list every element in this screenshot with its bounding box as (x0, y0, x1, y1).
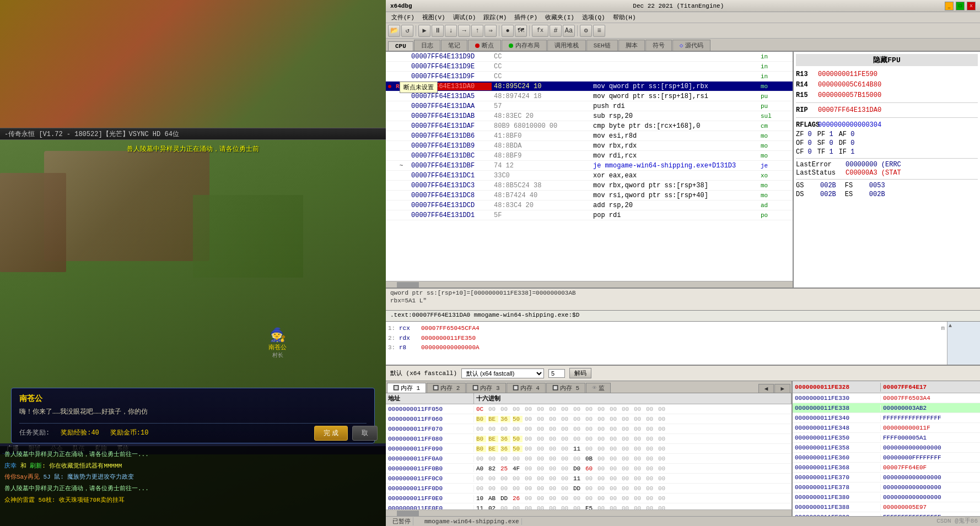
menu-debug[interactable]: 调试(D) (450, 13, 480, 22)
disasm-row-9e[interactable]: 00007FF64E131D9E CC in (386, 62, 793, 72)
stack-row-370[interactable]: 0000000011FE370 0000000000000000 (793, 473, 980, 482)
mem-tab-4[interactable]: 🔲 内存 4 (507, 383, 546, 393)
mem-row-1[interactable]: 0000000011FF050 0C000000 00000000 000000… (386, 404, 791, 414)
mem-row-5[interactable]: 0000000011FF090 B0BE3650 00000000 110000… (386, 444, 791, 454)
stack-row-380[interactable]: 0000000011FE380 0000000000000000 (793, 492, 980, 502)
decode-button[interactable]: 解码 (569, 368, 591, 378)
stack-row-368[interactable]: 0000000011FE368 00007FF64E0F (793, 463, 980, 473)
disasm-row-dab[interactable]: 00007FF64E131DAB 48:83EC 20 sub rsp,20 s… (386, 111, 793, 121)
tb-step-into[interactable]: ↓ (445, 25, 457, 37)
tab-cpu[interactable]: CPU (388, 41, 413, 51)
memory-table[interactable]: 0000000011FF050 0C000000 00000000 000000… (386, 404, 791, 509)
memory-pane: 🔲 内存 1 🔲 内存 2 🔲 内存 3 🔲 内存 4 🔲 内存 5 (386, 381, 793, 516)
disasm-row-dbc[interactable]: 00007FF64E131DBC 48:8BF9 mov rdi,rcx mo (386, 151, 793, 161)
calling-convention-select[interactable]: 默认 (x64 fastcall) (461, 368, 544, 378)
tb-run[interactable]: ▶ (418, 25, 430, 37)
tb-open[interactable]: 📂 (388, 25, 400, 37)
disasm-row-daf[interactable]: 00007FF64E131DAF 80B9 68010000 00 cmp by… (386, 121, 793, 131)
disasm-row-dc8[interactable]: 00007FF64E131DC8 48:B7424 40 mov rsi,qwo… (386, 191, 793, 200)
tb-run-to[interactable]: ⇒ (484, 25, 497, 37)
menu-file[interactable]: 文件(F) (388, 13, 418, 22)
mem-tab-3[interactable]: 🔲 内存 3 (466, 383, 505, 393)
stack-row-350[interactable]: 0000000011FE350 FFFF000005A1 (793, 433, 980, 443)
tb-mem-map[interactable]: 🗺 (515, 25, 527, 37)
stack-row-348[interactable]: 0000000011FE348 000000000011F (793, 423, 980, 433)
stack-row-390[interactable]: 0000000011FE390 FFFFFFFFFFFFFFFF (793, 512, 980, 516)
mem-row-2[interactable]: 0000000011FF060 B0BE3650 00000000 000000… (386, 414, 791, 424)
disasm-row-db9[interactable]: 00007FF64E131DB9 48:8BDA mov rbx,rdx mo (386, 141, 793, 151)
tab-seh[interactable]: SEH链 (586, 40, 618, 51)
menu-plugin[interactable]: 插件(P) (511, 13, 541, 22)
tb-breakpoint[interactable]: ● (502, 25, 514, 37)
close-button[interactable]: X (967, 2, 976, 10)
tab-notes[interactable]: 笔记 (441, 40, 467, 51)
menu-trace[interactable]: 跟踪(M) (480, 13, 510, 22)
stack-row-330[interactable]: 0000000011FE330 00007FF6503A4 (793, 393, 980, 403)
tab-memory-layout[interactable]: 内存布局 (502, 40, 547, 51)
disassembly-table[interactable]: 00007FF64E131D9D CC in 00007FF64E131D9E … (386, 52, 793, 281)
disasm-row-da0[interactable]: ● RIP 00007FF64E131DA0 48:895C24 10 mov … (386, 82, 793, 91)
maximize-button[interactable]: □ (956, 2, 965, 10)
tb-hash[interactable]: # (550, 25, 562, 37)
tab-callstack[interactable]: 调用堆栈 (547, 40, 586, 51)
tb-step-out[interactable]: ↑ (471, 25, 483, 37)
mem-row-4[interactable]: 0000000011FF080 B0BE3650 00000000 000000… (386, 434, 791, 444)
tab-script[interactable]: 脚本 (618, 40, 645, 51)
disasm-row-dd1[interactable]: 00007FF64E131DD1 5F pop rdi po (386, 210, 793, 220)
mem-row-9[interactable]: 0000000011FF0D0 00000000 00000000 DD0000… (386, 484, 791, 494)
menu-help[interactable]: 帮助(H) (610, 13, 639, 22)
disasm-row-9f[interactable]: 00007FF64E131D9F CC in (386, 72, 793, 82)
disasm-row-dc3[interactable]: 00007FF64E131DC3 48:8B5C24 38 mov rbx,qw… (386, 181, 793, 191)
mem-tab-5[interactable]: 🔲 内存 5 (546, 383, 585, 393)
tb-pause[interactable]: ⏸ (432, 25, 444, 37)
stack-row-358[interactable]: 0000000011FE358 0000000000000000 (793, 443, 980, 453)
mem-row-10[interactable]: 0000000011FF0E0 10ABDD26 00000000 000000… (386, 494, 791, 503)
stack-row-340[interactable]: 0000000011FE340 FFFFFFFFFFFFFFFF (793, 413, 980, 423)
menu-view[interactable]: 视图(V) (419, 13, 449, 22)
tb-step-over[interactable]: → (458, 25, 470, 37)
stack-row-338[interactable]: 0000000011FE338 000000003AB2 (793, 403, 980, 413)
minimize-button[interactable]: _ (945, 2, 954, 10)
tb-more[interactable]: ≡ (593, 25, 605, 37)
mem-tab-2[interactable]: 🔲 内存 2 (427, 383, 466, 393)
disasm-row-db6[interactable]: 00007FF64E131DB6 41:8BF0 mov esi,r8d mo (386, 131, 793, 141)
mem-tab-nav-right[interactable]: ▶ (774, 384, 790, 393)
stack-row-388[interactable]: 0000000011FE388 000000005E97 (793, 502, 980, 512)
reg-divider-3 (796, 158, 978, 159)
tb-fx[interactable]: fx (532, 25, 548, 37)
tb-font[interactable]: Aa (563, 25, 575, 37)
mem-row-6[interactable]: 0000000011FF0A0 00000000 00000000 000B00… (386, 454, 791, 464)
mem-row-11[interactable]: 0000000011FF0F0 11020000 00000000 00E500… (386, 503, 791, 509)
mem-tab-nav-left[interactable]: ◀ (758, 384, 774, 393)
menu-options[interactable]: 选项(Q) (579, 13, 609, 22)
tab-symbols[interactable]: 符号 (645, 40, 672, 51)
arg-count-input[interactable] (548, 369, 565, 378)
stack-row-378[interactable]: 0000000011FE378 0000000000000000 (793, 482, 980, 492)
dis-bytes: CC (492, 63, 591, 71)
mem-hscroll[interactable] (386, 509, 791, 516)
tab-breakpoints[interactable]: 断点 (468, 40, 501, 51)
disasm-row-dbf[interactable]: ~ 00007FF64E131DBF 74 12 je mmogame-win6… (386, 161, 793, 171)
mem-row-3[interactable]: 0000000011FF070 00000000 00000000 000000… (386, 424, 791, 434)
mem-row-7[interactable]: 0000000011FF0B0 A082254F 00000000 D06000… (386, 464, 791, 474)
disasm-row-9d[interactable]: 00007FF64E131D9D CC in (386, 52, 793, 62)
disasm-row-daa[interactable]: 00007FF64E131DAA 57 push rdi pu (386, 101, 793, 111)
tb-restart[interactable]: ↺ (401, 25, 413, 37)
registers-header[interactable]: 隐藏FPU (796, 54, 978, 66)
disasm-row-dcd[interactable]: 00007FF64E131DCD 48:83C4 20 add rsp,20 a… (386, 200, 793, 210)
menu-favorites[interactable]: 收藏夹(I) (542, 13, 578, 22)
mem-row-8[interactable]: 0000000011FF0C0 00000000 00000000 110000… (386, 474, 791, 484)
cancel-button[interactable]: 取 (352, 426, 378, 441)
tab-log[interactable]: 日志 (414, 40, 440, 51)
stack-pane: 0000000011FE328 00007FF64E17 0000000011F… (793, 381, 980, 516)
disasm-row-da5[interactable]: 00007FF64E131DA5 48:897424 18 mov qword … (386, 91, 793, 101)
tb-settings[interactable]: ⚙ (580, 25, 592, 37)
tab-source[interactable]: ◇ 源代码 (672, 40, 711, 51)
stack-row-360[interactable]: 0000000011FE360 00000000FFFFFFFF (793, 453, 980, 463)
complete-button[interactable]: 完 成 (314, 426, 348, 441)
mem-tab-1[interactable]: 🔲 内存 1 (387, 383, 426, 393)
stack-table[interactable]: 0000000011FE330 00007FF6503A4 0000000011… (793, 393, 980, 516)
disasm-hscroll[interactable] (386, 281, 793, 288)
mem-tab-monitor[interactable]: 👁 监 (586, 383, 611, 393)
disasm-row-dc1[interactable]: 00007FF64E131DC1 33C0 xor eax,eax xo (386, 171, 793, 181)
